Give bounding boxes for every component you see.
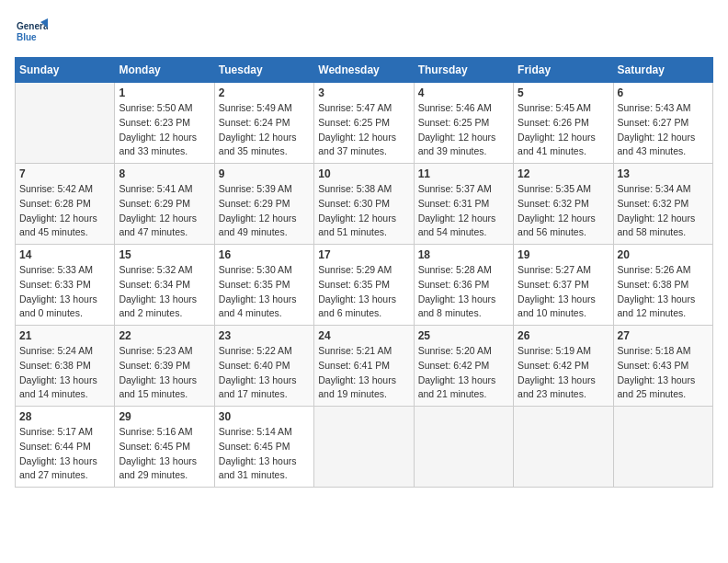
calendar-cell [16, 83, 115, 164]
day-info: Sunrise: 5:27 AMSunset: 6:37 PMDaylight:… [518, 263, 609, 321]
day-info: Sunrise: 5:41 AMSunset: 6:29 PMDaylight:… [119, 182, 210, 240]
day-number: 3 [318, 86, 409, 99]
day-info: Sunrise: 5:49 AMSunset: 6:24 PMDaylight:… [219, 101, 310, 159]
day-number: 30 [219, 410, 310, 423]
day-number: 9 [219, 167, 310, 180]
day-info: Sunrise: 5:39 AMSunset: 6:29 PMDaylight:… [219, 182, 310, 240]
day-number: 4 [418, 86, 509, 99]
logo-icon: General Blue [15, 15, 48, 48]
calendar-cell: 8Sunrise: 5:41 AMSunset: 6:29 PMDaylight… [115, 164, 214, 245]
day-number: 6 [618, 86, 709, 99]
calendar-cell [414, 407, 513, 488]
day-number: 22 [119, 329, 210, 342]
day-info: Sunrise: 5:46 AMSunset: 6:25 PMDaylight:… [418, 101, 509, 159]
header-saturday: Saturday [613, 58, 712, 83]
calendar-cell: 26Sunrise: 5:19 AMSunset: 6:42 PMDayligh… [514, 326, 613, 407]
logo: General Blue [15, 15, 51, 48]
calendar-cell: 21Sunrise: 5:24 AMSunset: 6:38 PMDayligh… [16, 326, 115, 407]
calendar-cell: 29Sunrise: 5:16 AMSunset: 6:45 PMDayligh… [115, 407, 214, 488]
day-info: Sunrise: 5:30 AMSunset: 6:35 PMDaylight:… [219, 263, 310, 321]
day-info: Sunrise: 5:37 AMSunset: 6:31 PMDaylight:… [418, 182, 509, 240]
week-row-3: 14Sunrise: 5:33 AMSunset: 6:33 PMDayligh… [16, 245, 713, 326]
week-row-5: 28Sunrise: 5:17 AMSunset: 6:44 PMDayligh… [16, 407, 713, 488]
calendar-cell: 12Sunrise: 5:35 AMSunset: 6:32 PMDayligh… [514, 164, 613, 245]
calendar-cell: 23Sunrise: 5:22 AMSunset: 6:40 PMDayligh… [214, 326, 313, 407]
day-number: 19 [518, 248, 609, 261]
header-monday: Monday [115, 58, 214, 83]
week-row-2: 7Sunrise: 5:42 AMSunset: 6:28 PMDaylight… [16, 164, 713, 245]
day-number: 21 [19, 329, 110, 342]
day-info: Sunrise: 5:24 AMSunset: 6:38 PMDaylight:… [19, 344, 110, 402]
calendar-table: SundayMondayTuesdayWednesdayThursdayFrid… [15, 57, 713, 488]
day-number: 15 [119, 248, 210, 261]
day-info: Sunrise: 5:43 AMSunset: 6:27 PMDaylight:… [618, 101, 709, 159]
day-number: 17 [318, 248, 409, 261]
day-info: Sunrise: 5:16 AMSunset: 6:45 PMDaylight:… [119, 425, 210, 483]
calendar-cell [514, 407, 613, 488]
calendar-cell: 28Sunrise: 5:17 AMSunset: 6:44 PMDayligh… [16, 407, 115, 488]
day-info: Sunrise: 5:33 AMSunset: 6:33 PMDaylight:… [19, 263, 110, 321]
day-info: Sunrise: 5:32 AMSunset: 6:34 PMDaylight:… [119, 263, 210, 321]
calendar-cell: 2Sunrise: 5:49 AMSunset: 6:24 PMDaylight… [214, 83, 313, 164]
calendar-cell: 10Sunrise: 5:38 AMSunset: 6:30 PMDayligh… [314, 164, 414, 245]
day-info: Sunrise: 5:22 AMSunset: 6:40 PMDaylight:… [219, 344, 310, 402]
calendar-cell: 18Sunrise: 5:28 AMSunset: 6:36 PMDayligh… [414, 245, 513, 326]
day-info: Sunrise: 5:17 AMSunset: 6:44 PMDaylight:… [19, 425, 110, 483]
calendar-cell: 27Sunrise: 5:18 AMSunset: 6:43 PMDayligh… [613, 326, 712, 407]
calendar-cell: 5Sunrise: 5:45 AMSunset: 6:26 PMDaylight… [514, 83, 613, 164]
header-wednesday: Wednesday [314, 58, 414, 83]
day-number: 26 [518, 329, 609, 342]
calendar-cell: 14Sunrise: 5:33 AMSunset: 6:33 PMDayligh… [16, 245, 115, 326]
day-number: 12 [518, 167, 609, 180]
day-info: Sunrise: 5:29 AMSunset: 6:35 PMDaylight:… [318, 263, 409, 321]
calendar-cell: 19Sunrise: 5:27 AMSunset: 6:37 PMDayligh… [514, 245, 613, 326]
day-info: Sunrise: 5:45 AMSunset: 6:26 PMDaylight:… [518, 101, 609, 159]
day-info: Sunrise: 5:47 AMSunset: 6:25 PMDaylight:… [318, 101, 409, 159]
day-info: Sunrise: 5:19 AMSunset: 6:42 PMDaylight:… [518, 344, 609, 402]
day-info: Sunrise: 5:14 AMSunset: 6:45 PMDaylight:… [219, 425, 310, 483]
day-number: 7 [19, 167, 110, 180]
day-number: 24 [318, 329, 409, 342]
day-info: Sunrise: 5:42 AMSunset: 6:28 PMDaylight:… [19, 182, 110, 240]
header-sunday: Sunday [16, 58, 115, 83]
day-number: 25 [418, 329, 509, 342]
day-number: 14 [19, 248, 110, 261]
calendar-cell: 17Sunrise: 5:29 AMSunset: 6:35 PMDayligh… [314, 245, 414, 326]
calendar-cell [314, 407, 414, 488]
header-thursday: Thursday [414, 58, 513, 83]
day-number: 11 [418, 167, 509, 180]
calendar-cell: 25Sunrise: 5:20 AMSunset: 6:42 PMDayligh… [414, 326, 513, 407]
calendar-cell: 3Sunrise: 5:47 AMSunset: 6:25 PMDaylight… [314, 83, 414, 164]
page-header: General Blue [15, 15, 713, 48]
calendar-cell: 24Sunrise: 5:21 AMSunset: 6:41 PMDayligh… [314, 326, 414, 407]
day-number: 13 [618, 167, 709, 180]
day-info: Sunrise: 5:23 AMSunset: 6:39 PMDaylight:… [119, 344, 210, 402]
day-number: 27 [618, 329, 709, 342]
calendar-cell: 1Sunrise: 5:50 AMSunset: 6:23 PMDaylight… [115, 83, 214, 164]
day-number: 10 [318, 167, 409, 180]
day-info: Sunrise: 5:26 AMSunset: 6:38 PMDaylight:… [618, 263, 709, 321]
calendar-cell: 20Sunrise: 5:26 AMSunset: 6:38 PMDayligh… [613, 245, 712, 326]
week-row-1: 1Sunrise: 5:50 AMSunset: 6:23 PMDaylight… [16, 83, 713, 164]
header-tuesday: Tuesday [214, 58, 313, 83]
calendar-cell: 16Sunrise: 5:30 AMSunset: 6:35 PMDayligh… [214, 245, 313, 326]
day-info: Sunrise: 5:35 AMSunset: 6:32 PMDaylight:… [518, 182, 609, 240]
calendar-cell: 4Sunrise: 5:46 AMSunset: 6:25 PMDaylight… [414, 83, 513, 164]
day-number: 16 [219, 248, 310, 261]
day-number: 29 [119, 410, 210, 423]
day-number: 18 [418, 248, 509, 261]
day-number: 20 [618, 248, 709, 261]
calendar-header-row: SundayMondayTuesdayWednesdayThursdayFrid… [16, 58, 713, 83]
day-info: Sunrise: 5:38 AMSunset: 6:30 PMDaylight:… [318, 182, 409, 240]
calendar-cell: 22Sunrise: 5:23 AMSunset: 6:39 PMDayligh… [115, 326, 214, 407]
calendar-cell: 13Sunrise: 5:34 AMSunset: 6:32 PMDayligh… [613, 164, 712, 245]
day-info: Sunrise: 5:20 AMSunset: 6:42 PMDaylight:… [418, 344, 509, 402]
day-info: Sunrise: 5:28 AMSunset: 6:36 PMDaylight:… [418, 263, 509, 321]
week-row-4: 21Sunrise: 5:24 AMSunset: 6:38 PMDayligh… [16, 326, 713, 407]
day-info: Sunrise: 5:34 AMSunset: 6:32 PMDaylight:… [618, 182, 709, 240]
day-number: 1 [119, 86, 210, 99]
day-number: 8 [119, 167, 210, 180]
calendar-cell: 9Sunrise: 5:39 AMSunset: 6:29 PMDaylight… [214, 164, 313, 245]
day-number: 5 [518, 86, 609, 99]
header-friday: Friday [514, 58, 613, 83]
